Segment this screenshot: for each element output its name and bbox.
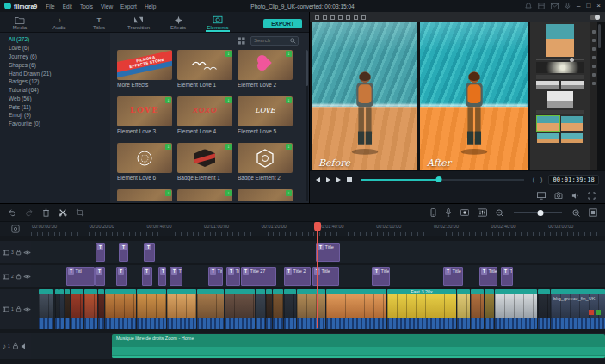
video-clip[interactable] <box>297 289 325 329</box>
sidebar-item[interactable]: Favourite (0) <box>6 120 110 128</box>
lock-icon[interactable] <box>15 305 22 312</box>
title-clip[interactable]: TTitl <box>501 267 513 286</box>
record-device-icon[interactable] <box>430 208 436 217</box>
sidebar-item[interactable]: All (272) <box>6 35 110 44</box>
video-clip[interactable] <box>55 289 59 329</box>
title-clip[interactable]: TT <box>142 267 152 286</box>
video-clip[interactable] <box>273 289 283 329</box>
mark-out-icon[interactable]: ) <box>540 176 542 182</box>
title-clip[interactable]: T <box>95 267 105 286</box>
title-clip[interactable]: TTitle <box>479 267 497 286</box>
video-clip[interactable] <box>71 289 83 329</box>
sidebar-item[interactable]: Shapes (6) <box>6 60 110 69</box>
track-2-header[interactable]: 2 <box>0 265 31 287</box>
preview-video[interactable]: Before <box>310 12 605 170</box>
export-button[interactable]: EXPORT <box>263 19 302 28</box>
elements-scrollbar[interactable] <box>306 50 308 201</box>
track-3-header[interactable]: 3 <box>0 241 31 263</box>
video-clip[interactable]: bkg_greece_fin_UK <box>551 289 605 329</box>
notification-bell-icon[interactable] <box>525 3 532 9</box>
fullscreen-icon[interactable] <box>588 192 596 200</box>
element-card[interactable]: FILMORAEFFECTS STOREMore Effects <box>117 50 172 88</box>
audio-track-header[interactable]: ♪1 <box>0 333 31 359</box>
video-clip[interactable] <box>137 289 166 329</box>
element-card[interactable]: ↓Badge Element 1 <box>177 143 232 181</box>
stop-button[interactable] <box>347 177 352 182</box>
menu-edit[interactable]: Edit <box>63 3 72 9</box>
progress-knob[interactable] <box>436 176 442 182</box>
fit-timeline-icon[interactable] <box>589 208 597 217</box>
title-clip[interactable]: TTitl <box>66 267 95 286</box>
mic-icon[interactable] <box>565 3 571 9</box>
element-card[interactable]: ↓Badge Element 2 <box>238 143 293 181</box>
sidebar-item[interactable]: Pets (11) <box>6 102 110 111</box>
menu-view[interactable]: View <box>101 3 113 9</box>
lane-2[interactable]: TTitlTTTTTTTTiTTitlTTiTTitle 27TTitle 2T… <box>31 265 605 287</box>
tab-transition[interactable]: Transition <box>119 15 158 32</box>
crop-icon[interactable] <box>76 208 84 217</box>
track-1-header[interactable]: 1 <box>0 289 31 329</box>
video-clip[interactable] <box>59 289 64 329</box>
tab-elements[interactable]: Elements <box>198 15 238 32</box>
title-clip[interactable]: T <box>96 243 105 262</box>
element-card[interactable]: ↓LOVEElement Love 5 <box>238 96 293 134</box>
video-clip[interactable] <box>65 289 70 329</box>
play-button[interactable] <box>326 177 330 182</box>
feedback-mail-icon[interactable] <box>551 3 559 9</box>
video-clip[interactable] <box>39 289 53 329</box>
zoom-in-icon[interactable] <box>572 209 580 217</box>
workspace-icon[interactable] <box>538 3 545 9</box>
title-clip[interactable]: T <box>119 243 128 262</box>
music-clip[interactable]: Musique libre de droits Zoom - Home <box>112 334 605 358</box>
maximize-button[interactable]: □ <box>586 0 590 12</box>
video-clip[interactable] <box>284 289 296 329</box>
tab-effects[interactable]: Effects <box>158 15 198 32</box>
zoom-out-icon[interactable] <box>496 209 503 217</box>
video-clip[interactable] <box>266 289 272 329</box>
video-clip[interactable] <box>326 289 386 329</box>
close-button[interactable]: × <box>596 0 601 12</box>
lock-icon[interactable] <box>15 273 22 280</box>
lane-audio[interactable]: Musique libre de droits Zoom - Home <box>31 333 605 359</box>
search-input[interactable] <box>254 38 290 43</box>
title-clip[interactable]: TTitl <box>208 267 223 286</box>
title-clip[interactable]: TTi <box>170 267 182 286</box>
title-clip[interactable]: TTi <box>226 267 240 286</box>
title-clip[interactable]: TTitle 27 <box>443 267 463 286</box>
tab-titles[interactable]: T Titles <box>79 15 119 32</box>
display-mode-icon[interactable] <box>537 192 546 200</box>
sidebar-item[interactable]: Web (56) <box>6 94 110 102</box>
sidebar-item[interactable]: Love (6) <box>6 44 110 52</box>
menu-help[interactable]: Help <box>145 3 156 9</box>
audio-mixer-icon[interactable] <box>478 208 487 217</box>
title-clip[interactable]: T <box>144 243 155 262</box>
element-card[interactable]: ↓ <box>177 189 232 201</box>
title-clip[interactable]: TTitle <box>372 267 390 286</box>
tab-audio[interactable]: ♪ Audio <box>40 15 79 32</box>
manage-tracks-button[interactable] <box>0 222 31 236</box>
split-scissors-icon[interactable] <box>59 208 67 217</box>
seek-slider[interactable] <box>361 179 524 181</box>
eye-icon[interactable] <box>23 306 31 312</box>
video-clip[interactable] <box>197 289 224 329</box>
video-clip[interactable] <box>105 289 136 329</box>
title-clip[interactable]: TTitle <box>316 243 340 262</box>
tab-media[interactable]: Media <box>0 15 40 32</box>
snapshot-camera-icon[interactable] <box>554 192 563 199</box>
minimize-button[interactable]: – <box>577 0 580 12</box>
grid-view-icon[interactable] <box>238 37 245 45</box>
title-clip[interactable]: TT <box>116 267 127 286</box>
eye-icon[interactable] <box>23 274 31 280</box>
undo-icon[interactable] <box>8 208 16 217</box>
element-card[interactable]: ↓XOXOElement Love 4 <box>177 96 232 134</box>
video-clip[interactable] <box>167 289 196 329</box>
video-clip[interactable] <box>98 289 104 329</box>
title-clip[interactable]: TTitle <box>312 267 339 286</box>
title-clip[interactable]: TTitle 2 <box>284 267 311 286</box>
zoom-knob[interactable] <box>537 210 543 216</box>
video-clip[interactable] <box>485 289 494 329</box>
menu-file[interactable]: File <box>46 3 54 9</box>
search-box[interactable] <box>250 36 299 46</box>
lock-icon[interactable] <box>15 249 22 256</box>
delete-icon[interactable] <box>42 208 50 217</box>
